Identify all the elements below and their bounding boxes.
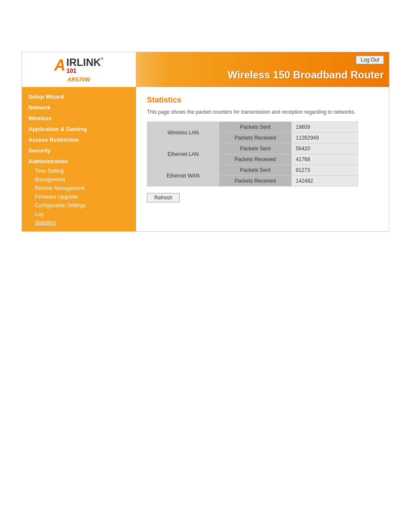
- col-value-packets-sent-wlan: 19609: [291, 122, 358, 133]
- col-value-packets-received-wlan: 11262949: [291, 133, 358, 143]
- col-header-packets-sent-elan: Packets Sent: [219, 143, 291, 154]
- col-header-packets-received-ewan: Packets Received: [219, 176, 291, 187]
- header-title-area: Log Out Wireless 150 Broadband Router: [136, 52, 389, 87]
- table-row: Ethernet WAN Packets Sent 81273: [147, 165, 358, 176]
- sidebar-item-access-restriction[interactable]: Access Restriction: [22, 134, 136, 145]
- section-ethernet-wan: Ethernet WAN: [147, 165, 219, 187]
- col-header-packets-received-elan: Packets Received: [219, 154, 291, 165]
- page-title: Statistics: [147, 96, 378, 105]
- sidebar-item-wireless[interactable]: Wireless: [22, 113, 136, 124]
- sidebar: Setup Wizard Network Wireless Applicatio…: [22, 87, 136, 231]
- page-description: This page shows the packet counters for …: [147, 109, 378, 115]
- sidebar-item-setup-wizard[interactable]: Setup Wizard: [22, 91, 136, 102]
- sidebar-sub-item-management[interactable]: Management: [22, 175, 136, 184]
- sidebar-item-administration[interactable]: Administration: [22, 156, 136, 167]
- logout-button[interactable]: Log Out: [356, 56, 384, 64]
- sidebar-sub-item-time-setting[interactable]: Time Setting: [22, 167, 136, 175]
- sidebar-sub-item-log[interactable]: Log: [22, 210, 136, 218]
- sidebar-sub-item-configuration-settings[interactable]: Configuration Settings: [22, 201, 136, 210]
- col-header-packets-received-wlan: Packets Received: [219, 133, 291, 143]
- col-value-packets-sent-ewan: 81273: [291, 165, 358, 176]
- section-wireless-lan: Wireless LAN: [147, 122, 219, 143]
- logo-dot: ®: [101, 57, 103, 61]
- section-ethernet-lan: Ethernet LAN: [147, 143, 219, 165]
- sidebar-item-network[interactable]: Network: [22, 102, 136, 113]
- logo-irlink: IRLINK: [66, 57, 101, 68]
- logo: A IRLINK ® 101: [54, 56, 103, 75]
- logo-area: A IRLINK ® 101 AR570W: [22, 52, 136, 87]
- router-title: Wireless 150 Broadband Router: [227, 69, 384, 81]
- logo-101: 101: [66, 68, 103, 74]
- header: A IRLINK ® 101 AR570W Log Out Wireless 1…: [22, 52, 389, 87]
- sidebar-sub-item-firmware-upgrade[interactable]: Firmware Upgrade: [22, 193, 136, 201]
- sidebar-item-security[interactable]: Security: [22, 145, 136, 156]
- refresh-button[interactable]: Refresh: [147, 193, 180, 202]
- table-row: Ethernet LAN Packets Sent 56420: [147, 143, 358, 154]
- sidebar-sub-item-statistics[interactable]: Statistics: [22, 218, 136, 227]
- col-value-packets-received-ewan: 142482: [291, 176, 358, 187]
- content-area: Statistics This page shows the packet co…: [136, 87, 389, 231]
- sidebar-sub-item-remote-management[interactable]: Remote Management: [22, 184, 136, 193]
- col-header-packets-sent-wlan: Packets Sent: [219, 122, 291, 133]
- refresh-area: Refresh: [147, 193, 378, 202]
- statistics-table: Wireless LAN Packets Sent 19609 Packets …: [147, 121, 358, 187]
- logo-a: A: [54, 56, 65, 75]
- sidebar-item-application-gaming[interactable]: Application & Gaming: [22, 124, 136, 134]
- col-value-packets-received-elan: 41768: [291, 154, 358, 165]
- model-name: AR570W: [68, 76, 90, 83]
- col-value-packets-sent-elan: 56420: [291, 143, 358, 154]
- table-row: Wireless LAN Packets Sent 19609: [147, 122, 358, 133]
- col-header-packets-sent-ewan: Packets Sent: [219, 165, 291, 176]
